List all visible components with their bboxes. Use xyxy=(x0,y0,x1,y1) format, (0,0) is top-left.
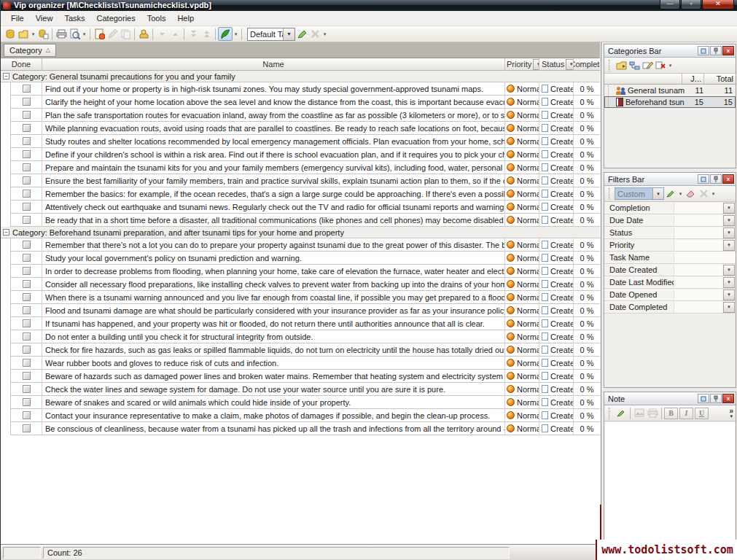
task-name[interactable]: Define if your children's school is with… xyxy=(42,148,505,161)
task-checkbox[interactable] xyxy=(23,176,31,184)
italic-button[interactable]: I xyxy=(679,408,693,419)
task-checkbox[interactable] xyxy=(23,85,31,93)
print-icon[interactable] xyxy=(55,28,68,40)
save-filter-dropdown-icon[interactable]: ▾ xyxy=(677,191,684,197)
categories-restore-icon[interactable] xyxy=(698,46,709,55)
categories-pin-icon[interactable] xyxy=(710,46,722,55)
task-checkbox[interactable] xyxy=(23,137,31,145)
edit-task-icon[interactable] xyxy=(106,28,119,40)
delete-filter-icon[interactable] xyxy=(697,187,710,200)
menu-categories[interactable]: Categories xyxy=(91,12,141,25)
categories-jobs-column[interactable]: J... xyxy=(682,74,703,84)
move-down-icon[interactable] xyxy=(155,28,168,40)
default-task-combo[interactable]: Default Task ▼ xyxy=(247,28,295,41)
filter-value[interactable] xyxy=(674,289,722,300)
menu-file[interactable]: File xyxy=(5,12,30,25)
task-checkbox[interactable] xyxy=(23,163,31,171)
filter-value[interactable] xyxy=(674,203,722,214)
filter-value[interactable] xyxy=(674,277,722,288)
filter-dropdown-button[interactable]: ▼ xyxy=(723,228,735,238)
task-checkbox[interactable] xyxy=(23,150,31,158)
save-filter-icon[interactable] xyxy=(664,187,677,200)
filter-dropdown-button[interactable]: ▼ xyxy=(723,203,735,214)
column-header-name[interactable]: Name xyxy=(42,58,505,71)
task-name[interactable]: Contact your insurance representative to… xyxy=(42,409,505,422)
task-name[interactable]: Check for fire hazards, such as gas leak… xyxy=(42,343,505,357)
close-button[interactable]: ✕ xyxy=(702,0,734,9)
menu-help[interactable]: Help xyxy=(171,12,200,25)
notifications-dropdown-icon[interactable]: ▾ xyxy=(233,31,239,37)
group-by-category-button[interactable]: Category △ xyxy=(4,44,56,57)
task-name[interactable]: While planning evacuation routs, avoid u… xyxy=(42,122,505,135)
task-checkbox[interactable] xyxy=(23,111,31,119)
filter-value[interactable] xyxy=(674,252,736,263)
filter-dropdown-button[interactable]: ▼ xyxy=(723,289,735,300)
column-header-status[interactable]: Status ▼ xyxy=(539,58,574,71)
notifications-toggle-icon[interactable] xyxy=(218,27,233,41)
task-checkbox[interactable] xyxy=(23,346,31,354)
task-checkbox[interactable] xyxy=(23,359,31,367)
task-name[interactable]: Consider all necessary flood preparation… xyxy=(42,278,505,291)
edit-category-icon[interactable] xyxy=(641,59,654,71)
task-name[interactable]: If tsunami has happened, and your proper… xyxy=(42,317,505,330)
category-item[interactable]: Beforehand tsunami pre1515 xyxy=(604,96,736,108)
task-name[interactable]: When there is a tsunami warning announce… xyxy=(42,291,505,304)
task-name[interactable]: Study your local government's policy on … xyxy=(42,252,505,265)
filter-value[interactable] xyxy=(674,215,722,226)
task-checkbox[interactable] xyxy=(23,332,31,341)
filter-value[interactable] xyxy=(674,240,722,251)
filter-dropdown-button[interactable]: ▼ xyxy=(723,277,735,288)
insert-image-icon[interactable] xyxy=(633,407,646,419)
priority-filter-dropdown-icon[interactable]: ▼ xyxy=(533,59,539,70)
filter-dropdown-button[interactable]: ▼ xyxy=(723,265,735,276)
category-item[interactable]: General tsunami precaut1111 xyxy=(604,85,736,96)
task-name[interactable]: Wear rubber boots and gloves to reduce r… xyxy=(42,357,505,370)
task-name[interactable]: Remember the basics: for example, if the… xyxy=(42,187,505,201)
task-checkbox[interactable] xyxy=(23,293,31,301)
print-preview-icon[interactable] xyxy=(68,28,81,40)
new-category-icon[interactable] xyxy=(615,59,628,71)
task-name[interactable]: Do not enter a building until you check … xyxy=(42,330,505,343)
task-name[interactable]: Be conscious of cleanliness, because wat… xyxy=(42,422,505,435)
collapse-expander-icon[interactable]: − xyxy=(3,73,9,79)
move-up-icon[interactable] xyxy=(168,28,182,40)
note-edit-icon[interactable] xyxy=(615,407,628,419)
new-task-icon[interactable] xyxy=(93,28,106,40)
task-name[interactable]: Find out if your home or property is in … xyxy=(42,82,505,96)
task-checkbox[interactable] xyxy=(23,280,31,288)
task-name[interactable]: Check the water lines and sewage system … xyxy=(42,383,505,396)
save-database-icon[interactable] xyxy=(36,28,50,40)
filter-preset-dropdown-icon[interactable]: ▼ xyxy=(652,188,663,199)
menu-tools[interactable]: Tools xyxy=(141,12,172,25)
default-task-dropdown-icon[interactable]: ▼ xyxy=(283,28,295,40)
filters-pin-icon[interactable] xyxy=(710,174,722,184)
categories-close-icon[interactable]: x xyxy=(722,46,734,55)
apply-default-task-icon[interactable] xyxy=(295,28,308,40)
delete-category-icon[interactable] xyxy=(654,59,667,71)
underline-button[interactable]: U xyxy=(695,408,709,419)
filter-dropdown-button[interactable]: ▼ xyxy=(723,240,735,251)
task-name[interactable]: Prepare and maintain the tsunami kits fo… xyxy=(42,161,505,174)
note-restore-icon[interactable] xyxy=(698,394,709,403)
task-checkbox[interactable] xyxy=(23,190,31,198)
new-database-icon[interactable] xyxy=(4,28,17,40)
filter-dropdown-button[interactable]: ▼ xyxy=(723,215,735,226)
filters-restore-icon[interactable] xyxy=(698,174,709,184)
categories-toolbar-overflow-icon[interactable]: ▾ xyxy=(667,63,674,69)
task-name[interactable]: Attentively check out earthquake and tsu… xyxy=(42,201,505,214)
filters-close-icon[interactable]: x xyxy=(722,174,734,184)
task-name[interactable]: Ensure the best familiarity of your fami… xyxy=(42,174,505,187)
task-name[interactable]: Remember that there's not a lot you can … xyxy=(42,238,505,252)
clear-filter-icon[interactable] xyxy=(684,187,697,200)
move-bottom-icon[interactable] xyxy=(187,28,200,40)
note-text-area[interactable] xyxy=(605,422,735,542)
task-name[interactable]: Beware of hazards such as damaged power … xyxy=(42,370,505,383)
task-checkbox[interactable] xyxy=(23,267,31,275)
task-checkbox[interactable] xyxy=(23,385,31,393)
assign-resource-icon[interactable] xyxy=(137,28,150,40)
task-checkbox[interactable] xyxy=(23,424,31,432)
task-checkbox[interactable] xyxy=(23,411,31,419)
open-dropdown-icon[interactable]: ▾ xyxy=(30,31,36,37)
bold-button[interactable]: B xyxy=(664,408,678,419)
maximize-button[interactable]: ▫ xyxy=(681,0,701,9)
